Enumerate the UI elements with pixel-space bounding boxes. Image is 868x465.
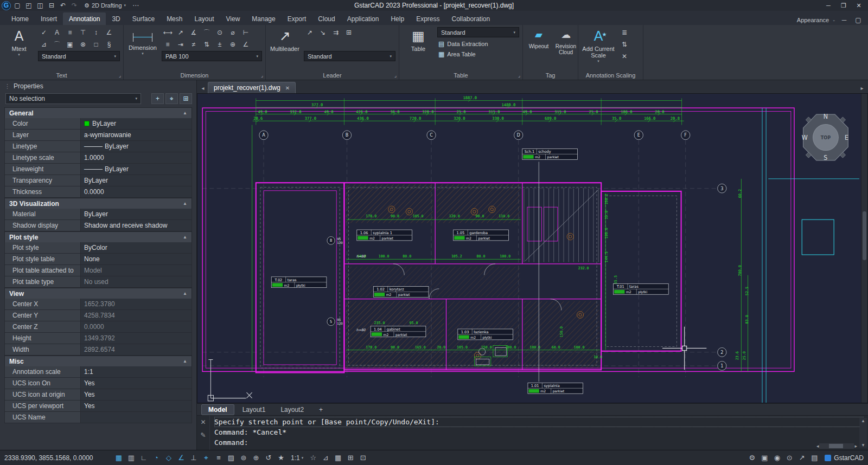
document-tab[interactable]: projekt_recover(1).dwg ✕ xyxy=(208,82,296,93)
dialog-launcher-icon[interactable]: ⌟ xyxy=(261,73,263,78)
scroll-left-icon[interactable]: ◂ xyxy=(816,443,819,449)
tab-scroll-left-icon[interactable]: ◂ xyxy=(199,82,207,93)
property-value[interactable]: ByLayer xyxy=(81,118,192,129)
property-value[interactable]: 1349.3792 xyxy=(81,333,192,344)
oblique-icon[interactable]: ∠ xyxy=(240,39,252,50)
layout-tab-layout2[interactable]: Layout2 xyxy=(273,404,311,415)
revision-cloud-button[interactable]: ☁Revision Cloud xyxy=(553,27,578,70)
layout-tab-model[interactable]: Model xyxy=(201,404,234,415)
property-value[interactable]: 4258.7834 xyxy=(81,310,192,321)
mouse-settings-icon[interactable]: ⊙ xyxy=(783,452,795,464)
gstarcad-logo[interactable]: G xyxy=(2,1,11,10)
property-value[interactable]: ByColor xyxy=(81,242,192,253)
open-folder-icon[interactable]: ◰ xyxy=(23,1,34,10)
collapse-icon[interactable]: ▲ xyxy=(183,235,187,240)
center-mark-icon[interactable]: ⊕ xyxy=(227,39,239,50)
baseline-dimension-icon[interactable]: ≡ xyxy=(162,39,174,50)
section-header-general[interactable]: General▲ xyxy=(4,107,192,118)
plot-icon[interactable]: ⊟ xyxy=(46,1,57,10)
collect-leaders-icon[interactable]: ⊞ xyxy=(343,27,355,38)
toggle-pickadd-icon[interactable]: + xyxy=(151,93,164,104)
workspace-switch-icon[interactable]: ▦ xyxy=(332,452,344,464)
workspace-switcher[interactable]: ⚙ 2D Drafting ▾ xyxy=(81,2,129,9)
dimension-break-icon[interactable]: ≠ xyxy=(188,39,200,50)
property-value[interactable]: Yes xyxy=(81,401,192,411)
tab-insert[interactable]: Insert xyxy=(35,12,63,25)
close-tab-icon[interactable]: ✕ xyxy=(285,85,290,91)
selection-dropdown[interactable]: No selection ▾ xyxy=(5,93,141,104)
property-value[interactable]: 1.0000 xyxy=(81,152,192,163)
tab-scroll-right-icon[interactable]: ▸ xyxy=(858,82,866,93)
data-extraction-button[interactable]: ▤Data Extraction xyxy=(437,38,519,49)
tab-export[interactable]: Export xyxy=(282,12,312,25)
property-value[interactable]: 1652.3780 xyxy=(81,299,192,309)
property-value[interactable]: ———ByLayer xyxy=(81,164,192,175)
aligned-dimension-icon[interactable]: ↗ xyxy=(175,27,187,38)
annotation-visibility-icon[interactable]: ★ xyxy=(275,452,287,464)
new-file-icon[interactable]: ▢ xyxy=(12,1,23,10)
collapse-icon[interactable]: ▲ xyxy=(183,111,187,115)
property-value[interactable]: 2892.6574 xyxy=(81,344,192,355)
property-value[interactable]: ByLayer xyxy=(81,209,192,219)
property-value[interactable]: 0.0000 xyxy=(81,186,192,197)
delete-scale-icon[interactable]: ✕ xyxy=(618,51,630,62)
dimension-style-combo[interactable]: PAB 100 ▾ xyxy=(162,51,262,61)
section-header-view[interactable]: View▲ xyxy=(4,288,192,299)
close-button[interactable]: ✕ xyxy=(851,1,866,10)
ortho-mode-icon[interactable]: ∟ xyxy=(138,452,150,464)
section-header-3d-visualization[interactable]: 3D Visualization▲ xyxy=(4,198,192,209)
tab-3d[interactable]: 3D xyxy=(106,12,126,25)
tab-cloud[interactable]: Cloud xyxy=(312,12,341,25)
adjust-space-icon[interactable]: ⇅ xyxy=(201,39,213,50)
scroll-right-icon[interactable]: ▸ xyxy=(854,443,857,449)
add-leader-icon[interactable]: ↗ xyxy=(304,27,316,38)
scroll-down-icon[interactable]: ▾ xyxy=(862,442,865,448)
minimize-ribbon-icon[interactable]: ─ xyxy=(839,15,850,25)
snap-mode-icon[interactable]: ▥ xyxy=(125,452,137,464)
text-frame-icon[interactable]: □ xyxy=(90,39,102,50)
add-current-scale-button[interactable]: A★ Add Current Scale ▾ xyxy=(582,27,615,70)
spell-check-icon[interactable]: ✓ xyxy=(38,27,50,38)
edit-command-icon[interactable]: ✎ xyxy=(200,431,206,439)
sheet-set-icon[interactable]: ▤ xyxy=(808,452,820,464)
scroll-thumb[interactable] xyxy=(829,444,843,448)
area-table-button[interactable]: ▦Area Table xyxy=(437,49,519,59)
auto-add-scales-icon[interactable]: ☆ xyxy=(307,452,319,464)
quick-select-icon[interactable]: ⊞ xyxy=(180,93,192,104)
grid-display-icon[interactable]: ▦ xyxy=(113,452,125,464)
quick-properties-icon[interactable]: ⊞ xyxy=(344,452,356,464)
tab-mesh[interactable]: Mesh xyxy=(161,12,188,25)
regen-icon[interactable]: ↺ xyxy=(263,452,275,464)
property-value[interactable]: Model xyxy=(81,265,192,276)
display-settings-icon[interactable]: ▣ xyxy=(758,452,770,464)
tab-home[interactable]: Home xyxy=(5,12,35,25)
polar-tracking-icon[interactable]: ◔ xyxy=(150,452,162,464)
settings-gear-icon[interactable]: ⚙ xyxy=(746,452,758,464)
scale-list-icon[interactable]: ≣ xyxy=(618,27,630,38)
property-value[interactable]: 1:1 xyxy=(81,366,192,377)
property-value[interactable]: No used xyxy=(81,276,192,287)
palette-grip-icon[interactable]: ⋮ xyxy=(4,83,10,90)
angular-dimension-icon[interactable]: ∡ xyxy=(188,27,200,38)
object-snap-tracking-icon[interactable]: ∠ xyxy=(175,452,187,464)
ribbon-display-icon[interactable]: ▢ xyxy=(853,15,864,25)
dimension-button[interactable]: Dimension ▾ xyxy=(127,27,158,70)
lineweight-display-icon[interactable]: ≡ xyxy=(213,452,225,464)
dialog-launcher-icon[interactable]: ⌟ xyxy=(518,73,520,78)
layout-tab-layout1[interactable]: Layout1 xyxy=(235,404,273,415)
collapse-icon[interactable]: ▲ xyxy=(183,201,187,206)
command-hscrollbar[interactable]: ◂ ▸ xyxy=(816,443,857,449)
linear-dimension-icon[interactable]: ⟷ xyxy=(162,27,174,38)
tab-annotation[interactable]: Annotation xyxy=(63,12,106,25)
selection-cycling-icon[interactable]: ⊚ xyxy=(238,452,250,464)
text-scale-icon[interactable]: ↕ xyxy=(90,27,102,38)
multileader-style-combo[interactable]: Standard ▾ xyxy=(304,51,395,61)
property-value[interactable]: Shadow and receive shadow xyxy=(81,220,192,231)
tab-collaboration[interactable]: Collaboration xyxy=(445,12,496,25)
tolerance-icon[interactable]: ± xyxy=(214,39,226,50)
command-vscrollbar[interactable]: ▴ ▾ xyxy=(859,418,867,448)
explode-text-icon[interactable]: ⊗ xyxy=(77,39,89,50)
dialog-launcher-icon[interactable]: ⌟ xyxy=(119,73,121,78)
tab-layout[interactable]: Layout xyxy=(188,12,220,25)
command-history[interactable]: Specify stretch point or [Base point/Cop… xyxy=(210,416,868,450)
